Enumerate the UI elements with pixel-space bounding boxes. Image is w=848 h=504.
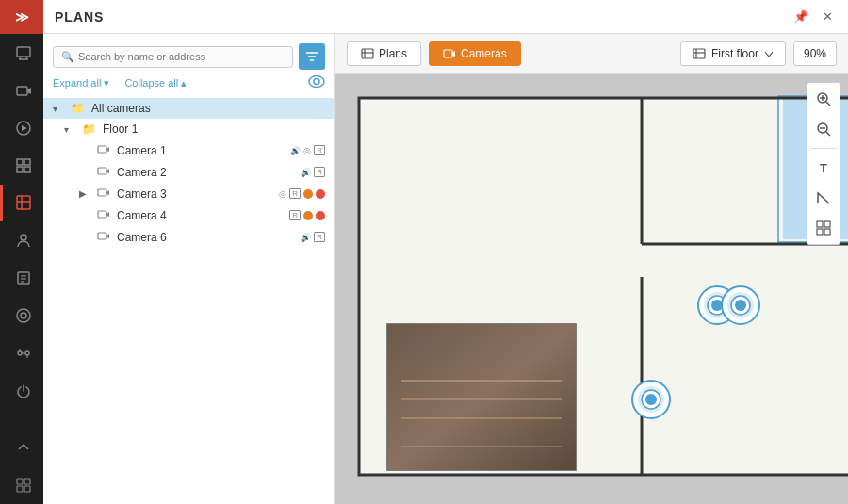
- svg-point-15: [21, 235, 26, 240]
- red-badge: [316, 189, 325, 199]
- zoom-display: 90%: [793, 41, 837, 66]
- svg-rect-42: [98, 211, 106, 218]
- nav-logo: ≫: [0, 0, 43, 34]
- svg-rect-0: [17, 47, 30, 57]
- main-content: PLANS 📌 ✕ 🔍: [43, 0, 848, 504]
- nav-item-chevron-up[interactable]: [0, 429, 43, 466]
- map-area[interactable]: Camera 2 Camera 1: [335, 74, 848, 504]
- camera1-badges: 🔊 ◎ R: [290, 145, 325, 155]
- camera3-badges: ◎ R: [279, 188, 325, 199]
- angle-tool-button[interactable]: [810, 185, 837, 211]
- svg-rect-28: [24, 479, 30, 484]
- text-icon: T: [820, 161, 827, 175]
- svg-rect-51: [693, 49, 705, 58]
- svg-rect-27: [17, 479, 23, 484]
- floor-selector[interactable]: First floor: [680, 41, 786, 66]
- nav-item-map[interactable]: [0, 185, 43, 222]
- svg-point-22: [18, 351, 22, 355]
- search-input-wrap[interactable]: 🔍: [53, 46, 293, 68]
- svg-rect-119: [824, 229, 830, 235]
- nav-item-person[interactable]: [0, 221, 43, 259]
- nav-item-play[interactable]: [0, 109, 43, 147]
- camera-icon: [97, 143, 110, 157]
- tree-item-label: Camera 1: [117, 144, 283, 157]
- pin-button[interactable]: 📌: [791, 8, 810, 26]
- tree-item-camera4[interactable]: ▾ Camera 4 R: [43, 204, 334, 226]
- camera2-badges: 🔊 R: [301, 167, 325, 177]
- camera-icon: [97, 230, 110, 244]
- svg-point-34: [309, 76, 324, 88]
- svg-rect-44: [98, 233, 106, 239]
- tree-item-floor1[interactable]: ▾ 📁 Floor 1: [43, 119, 334, 139]
- search-input[interactable]: [78, 51, 285, 62]
- nav-item-grid[interactable]: [0, 147, 43, 185]
- close-button[interactable]: ✕: [818, 8, 837, 26]
- search-bar: 🔍: [43, 34, 334, 75]
- page-title: PLANS: [55, 9, 791, 24]
- zoom-out-button[interactable]: [810, 116, 837, 142]
- tree-item-label: Camera 6: [117, 231, 293, 244]
- grid-tool-button[interactable]: [810, 215, 837, 241]
- svg-point-23: [25, 351, 29, 355]
- svg-point-21: [21, 313, 26, 318]
- collapse-all-link[interactable]: Collapse all ▴: [124, 77, 187, 89]
- nav-item-camera[interactable]: [0, 72, 43, 109]
- svg-line-110: [826, 102, 830, 106]
- svg-rect-36: [98, 146, 106, 153]
- svg-rect-9: [24, 159, 30, 165]
- plans-tab[interactable]: Plans: [347, 41, 421, 66]
- expand-row: Expand all ▾ Collapse all ▴: [43, 75, 334, 98]
- camera6-badges: 🔊 R: [301, 232, 325, 242]
- nav-item-io[interactable]: [0, 334, 43, 372]
- tree-item-camera6[interactable]: ▾ Camera 6 🔊 R: [43, 226, 334, 248]
- svg-rect-116: [817, 221, 823, 227]
- svg-rect-49: [444, 50, 452, 57]
- nav-item-circle[interactable]: [0, 297, 43, 334]
- chevron-down-icon: ▾: [53, 104, 64, 114]
- volume-icon: 🔊: [290, 146, 301, 155]
- svg-rect-30: [24, 486, 30, 492]
- chevron-down-icon: ▾: [64, 124, 75, 135]
- svg-rect-4: [17, 87, 27, 95]
- tree-item-label: Camera 4: [117, 209, 282, 222]
- nav-bottom: [0, 372, 43, 504]
- svg-rect-29: [17, 486, 23, 492]
- motion-icon: ◎: [303, 146, 311, 155]
- svg-rect-10: [17, 167, 23, 172]
- map-toolbar: Plans Cameras First floor 90%: [335, 34, 848, 74]
- visibility-toggle[interactable]: [308, 75, 325, 90]
- text-tool-button[interactable]: T: [810, 154, 837, 181]
- right-tools-panel: T: [807, 82, 840, 245]
- title-bar-actions: 📌 ✕: [791, 8, 837, 26]
- expand-all-link[interactable]: Expand all ▾: [53, 77, 109, 89]
- orange-badge: [303, 189, 313, 199]
- nav-item-power[interactable]: [0, 372, 43, 410]
- rec-icon: R: [314, 232, 325, 242]
- svg-point-98: [735, 300, 746, 311]
- camera-icon: [97, 187, 110, 201]
- left-panel: 🔍 Expand all ▾ Collapse all ▴: [43, 34, 335, 504]
- folder-icon: 📁: [82, 122, 96, 136]
- svg-rect-74: [387, 324, 576, 470]
- nav-item-list[interactable]: [0, 259, 43, 297]
- svg-rect-38: [98, 168, 106, 174]
- tool-separator: [810, 148, 837, 149]
- tree-item-label: Floor 1: [103, 122, 325, 136]
- svg-marker-7: [22, 125, 27, 131]
- cameras-tab[interactable]: Cameras: [429, 41, 521, 66]
- nav-item-monitor[interactable]: [0, 34, 43, 72]
- tree-item-camera1[interactable]: ▾ Camera 1 🔊 ◎ R: [43, 139, 334, 161]
- filter-button[interactable]: [299, 43, 325, 70]
- tree-item-camera2[interactable]: ▾ Camera 2 🔊 R: [43, 161, 334, 183]
- svg-rect-118: [817, 229, 823, 235]
- volume-icon: 🔊: [301, 233, 311, 242]
- svg-rect-46: [362, 49, 373, 58]
- zoom-in-button[interactable]: [810, 86, 837, 112]
- floor-plan-svg: Camera 2 Camera 1: [350, 89, 848, 494]
- tree-item-all-cameras[interactable]: ▾ 📁 All cameras: [43, 98, 334, 119]
- nav-item-grid-bottom[interactable]: [0, 466, 43, 504]
- title-bar: PLANS 📌 ✕: [43, 0, 848, 34]
- tree-item-camera3[interactable]: ▶ Camera 3 ◎ R: [43, 183, 334, 204]
- svg-rect-117: [824, 221, 830, 227]
- orange-badge: [303, 211, 313, 220]
